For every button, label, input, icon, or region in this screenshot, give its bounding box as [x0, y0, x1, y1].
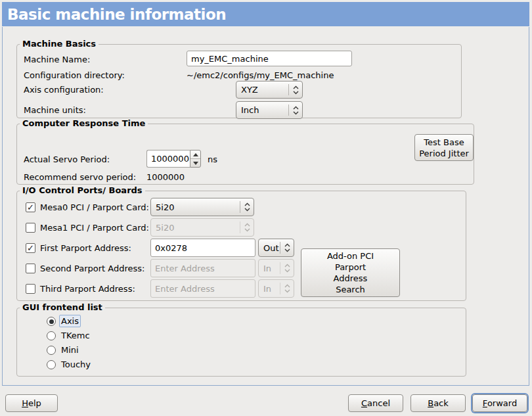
third-parport-checkbox[interactable] [26, 284, 35, 294]
second-parport-checkbox[interactable] [26, 264, 35, 273]
combo-arrows-icon [240, 219, 254, 236]
radio-mini[interactable] [47, 346, 56, 355]
gui-frontend-legend: GUI frontend list [20, 302, 105, 312]
help-button[interactable]: Help [5, 394, 58, 412]
mesa0-checkbox[interactable]: ✓ [26, 202, 35, 212]
machine-basics-group: Machine Basics Machine Name: Configurati… [16, 44, 462, 118]
combo-arrows-icon [280, 260, 294, 277]
mesa1-checkbox[interactable] [26, 223, 35, 233]
recommend-period-label: Recommend servo period: [24, 172, 136, 183]
recommend-period-value: 1000000 [146, 172, 185, 183]
first-parport-address-input[interactable] [150, 239, 255, 257]
back-button[interactable]: Back [410, 394, 466, 412]
axis-config-value: XYZ [236, 81, 288, 98]
radio-touchy-label[interactable]: Touchy [59, 359, 93, 370]
cancel-button[interactable]: Cancel [348, 394, 403, 412]
response-time-group: Computer Response Time Test Base Period … [16, 124, 474, 185]
machine-basics-legend: Machine Basics [20, 39, 99, 49]
machine-units-value: Inch [236, 102, 288, 118]
servo-period-label: Actual Servo Period: [24, 154, 110, 165]
servo-period-spinbox[interactable]: 1000000 [146, 150, 201, 168]
third-parport-address-input [150, 279, 255, 298]
first-parport-direction-combo[interactable]: Out [258, 239, 294, 257]
response-time-legend: Computer Response Time [20, 118, 148, 128]
machine-name-label: Machine Name: [24, 54, 90, 65]
mesa1-card-combo: 5i20 [150, 218, 254, 237]
machine-units-combo[interactable]: Inch [236, 101, 303, 119]
gui-frontend-group: GUI frontend list Axis TKemc Mini Touchy [16, 308, 466, 377]
radio-tkemc[interactable] [47, 331, 56, 340]
page-header: Basic machine information [2, 2, 529, 27]
first-parport-label: First Parport Address: [40, 243, 131, 254]
radio-touchy[interactable] [47, 360, 56, 369]
servo-period-value[interactable]: 1000000 [146, 150, 190, 168]
addon-pci-search-button[interactable]: Add-on PCI Parport Address Search [301, 248, 400, 297]
radio-dot-icon [49, 319, 54, 324]
radio-mini-label[interactable]: Mini [59, 344, 81, 356]
first-parport-checkbox[interactable]: ✓ [26, 243, 35, 253]
test-base-period-jitter-button[interactable]: Test Base Period Jitter [414, 134, 474, 161]
second-parport-direction-combo: In [258, 259, 294, 277]
servo-period-units: ns [208, 154, 217, 165]
page-title: Basic machine information [2, 6, 226, 23]
combo-arrows-icon [240, 198, 254, 216]
mesa0-label: Mesa0 PCI / Parport Card: [40, 202, 149, 213]
mesa0-card-combo[interactable]: 5i20 [150, 198, 254, 216]
config-directory-label: Configuration directory: [24, 70, 125, 81]
second-parport-address-input [150, 259, 255, 277]
third-parport-label: Third Parport Address: [40, 283, 135, 294]
spin-up-icon[interactable] [190, 150, 200, 158]
second-parport-label: Second Parport Address: [40, 263, 144, 274]
axis-config-combo[interactable]: XYZ [236, 81, 303, 99]
io-ports-legend: I/O Control Ports/ Boards [20, 185, 145, 195]
third-parport-direction-combo: In [258, 279, 294, 298]
combo-arrows-icon [289, 81, 302, 98]
spin-down-icon[interactable] [190, 158, 200, 167]
combo-arrows-icon [289, 102, 302, 118]
machine-name-input[interactable] [187, 51, 352, 66]
combo-arrows-icon [280, 280, 294, 297]
io-ports-group: I/O Control Ports/ Boards ✓ Mesa0 PCI / … [16, 191, 466, 301]
machine-units-label: Machine units: [24, 104, 86, 116]
config-directory-value: ~/emc2/configs/my_EMC_machine [187, 70, 334, 81]
radio-tkemc-label[interactable]: TKemc [59, 330, 92, 341]
mesa1-label: Mesa1 PCI / Parport Card: [40, 222, 149, 233]
axis-config-label: Axis configuration: [24, 84, 104, 95]
combo-arrows-icon [280, 239, 294, 256]
radio-axis[interactable] [47, 317, 56, 326]
forward-button[interactable]: Forward [472, 394, 527, 412]
radio-axis-label[interactable]: Axis [59, 315, 81, 327]
